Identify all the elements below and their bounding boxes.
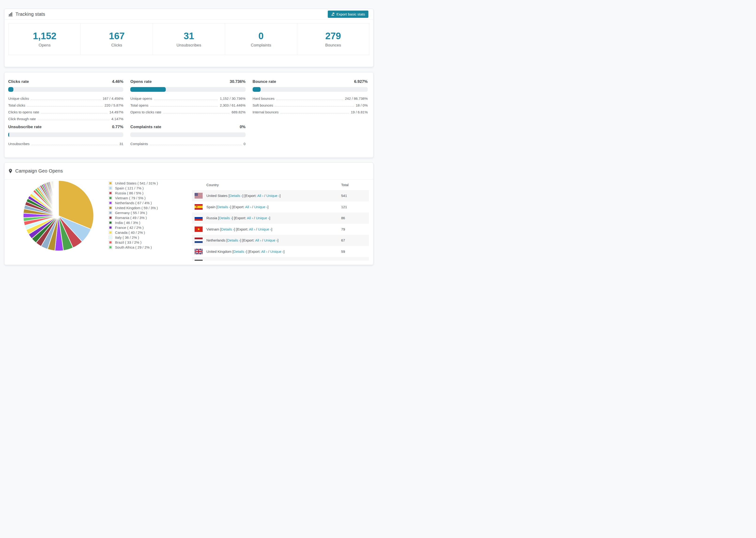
legend-swatch-icon xyxy=(109,211,112,215)
export-basic-stats-button[interactable]: Export basic stats xyxy=(328,11,368,18)
tracking-stats-header: Tracking stats Export basic stats xyxy=(4,9,373,20)
legend-swatch-icon xyxy=(109,206,112,210)
separator: / xyxy=(267,249,270,253)
legend-item[interactable]: Vietnam ( 79 / 5% ) xyxy=(109,195,158,200)
legend-item[interactable]: Italy ( 36 / 2% ) xyxy=(109,235,158,240)
bracket: ] xyxy=(278,238,279,242)
metric-row: Hard bounces242 / 86.738% xyxy=(253,95,368,102)
country-cell: United Kingdom [Details ›] [Export: All … xyxy=(206,249,341,253)
total-column-header: Total xyxy=(341,183,369,187)
country-name: Netherlands xyxy=(206,238,226,242)
bounce-rate-progressbar xyxy=(253,87,368,92)
legend-item[interactable]: India ( 46 / 3% ) xyxy=(109,220,158,225)
legend-label: United States ( 541 / 31% ) xyxy=(115,181,158,185)
vn-flag-icon xyxy=(195,227,203,232)
bracket: ] xyxy=(284,249,285,253)
export-all-link[interactable]: All › xyxy=(249,227,255,231)
unsubscribe-rate-progressbar xyxy=(8,133,123,137)
legend-item[interactable]: United Kingdom ( 59 / 3% ) xyxy=(109,205,158,210)
opens-rate-progressbar xyxy=(130,87,245,92)
metric-row: Unsubscribes31 xyxy=(8,140,123,147)
legend-swatch-icon xyxy=(109,226,112,229)
export-unique-link[interactable]: Unique › xyxy=(258,227,271,231)
export-label: ] [Export: xyxy=(232,216,247,220)
country-cell: Spain [Details ›] [Export: All › / Uniqu… xyxy=(206,205,341,209)
details-link[interactable]: Details › xyxy=(227,238,240,242)
legend-swatch-icon xyxy=(109,187,112,190)
export-all-link[interactable]: All › xyxy=(245,205,251,209)
bounce-rate-block: Bounce rate 6.927% Hard bounces242 / 86.… xyxy=(253,79,368,122)
legend-label: France ( 42 / 2% ) xyxy=(115,226,144,230)
geo-table-row: Russia [Details ›] [Export: All › / Uniq… xyxy=(192,212,369,224)
country-name: Vietnam xyxy=(206,227,220,231)
legend-swatch-icon xyxy=(109,191,112,195)
export-unique-link[interactable]: Unique › xyxy=(266,194,280,198)
stat-unsubscribes: 31 Unsubscribes xyxy=(153,23,225,55)
metric-row: Total clicks220 / 5.87% xyxy=(8,102,123,109)
export-unique-link[interactable]: Unique › xyxy=(254,205,267,209)
details-link[interactable]: Details › xyxy=(219,216,232,220)
metric-row: Internal bounces19 / 6.81% xyxy=(253,109,368,116)
export-unique-link[interactable]: Unique › xyxy=(256,216,269,220)
campaign-stats-page: { "page": { "accent": "#1787a1", "link_c… xyxy=(0,0,378,269)
export-unique-link[interactable]: Unique › xyxy=(270,249,284,253)
gb-flag-icon xyxy=(195,249,203,254)
stat-bounces: 279 Bounces xyxy=(297,23,369,55)
legend-swatch-icon xyxy=(109,201,112,205)
total-cell: 86 xyxy=(341,216,369,220)
legend-item[interactable]: Netherlands ( 67 / 4% ) xyxy=(109,200,158,205)
map-pin-icon xyxy=(8,169,13,174)
legend-item[interactable]: Romania ( 49 / 3% ) xyxy=(109,215,158,220)
legend-item[interactable]: Brazil ( 33 / 2% ) xyxy=(109,240,158,245)
stat-opens: 1,152 Opens xyxy=(9,23,81,55)
country-name: Russia xyxy=(206,216,218,220)
export-all-link[interactable]: All › xyxy=(257,194,263,198)
legend-item[interactable]: Germany ( 55 / 3% ) xyxy=(109,210,158,215)
legend-item[interactable]: Canada ( 40 / 2% ) xyxy=(109,230,158,235)
export-label: ] [Export: xyxy=(242,194,257,198)
total-cell: 121 xyxy=(341,205,369,209)
export-unique-link[interactable]: Unique › xyxy=(264,238,278,242)
clicks-rate-block: Clicks rate 4.46% Unique clicks167 / 4.4… xyxy=(8,79,123,122)
legend-item[interactable]: United States ( 541 / 31% ) xyxy=(109,181,158,186)
details-link[interactable]: Details › xyxy=(233,249,246,253)
metric-row: Unique clicks167 / 4.456% xyxy=(8,95,123,102)
geo-header: Campaign Geo Opens xyxy=(4,163,373,180)
geo-table-row: Vietnam [Details ›] [Export: All › / Uni… xyxy=(192,224,369,235)
legend-label: Vietnam ( 79 / 5% ) xyxy=(115,196,145,200)
details-link[interactable]: Details › xyxy=(221,227,234,231)
country-name: United Kingdom xyxy=(206,249,233,253)
export-all-link[interactable]: All › xyxy=(247,216,253,220)
us-flag-icon xyxy=(195,193,203,198)
geo-table-row: Netherlands [Details ›] [Export: All › /… xyxy=(192,235,369,246)
stat-clicks: 167 Clicks xyxy=(81,23,153,55)
page-title: Tracking stats xyxy=(16,12,45,17)
details-link[interactable]: Details › xyxy=(229,194,242,198)
legend-label: Italy ( 36 / 2% ) xyxy=(115,236,139,240)
bracket: ] xyxy=(271,227,272,231)
separator: / xyxy=(251,205,254,209)
geo-title: Campaign Geo Opens xyxy=(15,168,63,174)
legend-item[interactable]: Spain ( 121 / 7% ) xyxy=(109,186,158,190)
legend-label: Canada ( 40 / 2% ) xyxy=(115,231,145,235)
legend-swatch-icon xyxy=(109,216,112,219)
legend-swatch-icon xyxy=(109,221,112,224)
legend-label: Spain ( 121 / 7% ) xyxy=(115,186,144,190)
details-link[interactable]: Details › xyxy=(217,205,230,209)
total-cell: 67 xyxy=(341,238,369,242)
geo-pie-chart[interactable] xyxy=(23,180,94,251)
export-label: ] [Export: xyxy=(246,249,261,253)
legend-swatch-icon xyxy=(109,236,112,239)
export-all-link[interactable]: All › xyxy=(255,238,261,242)
legend-label: Brazil ( 33 / 2% ) xyxy=(115,241,141,244)
legend-item[interactable]: South Africa ( 29 / 2% ) xyxy=(109,245,158,250)
legend-item[interactable]: France ( 42 / 2% ) xyxy=(109,225,158,230)
geo-table-row: United States [Details ›] [Export: All ›… xyxy=(192,190,369,201)
legend-item[interactable]: Russia ( 86 / 5% ) xyxy=(109,190,158,195)
country-cell: Russia [Details ›] [Export: All › / Uniq… xyxy=(206,216,341,220)
separator: / xyxy=(261,238,264,242)
country-name: United States xyxy=(206,194,229,198)
bar-chart-icon xyxy=(8,12,13,17)
export-all-link[interactable]: All › xyxy=(261,249,267,253)
metric-row: Total opens2,303 / 61.446% xyxy=(130,102,245,109)
